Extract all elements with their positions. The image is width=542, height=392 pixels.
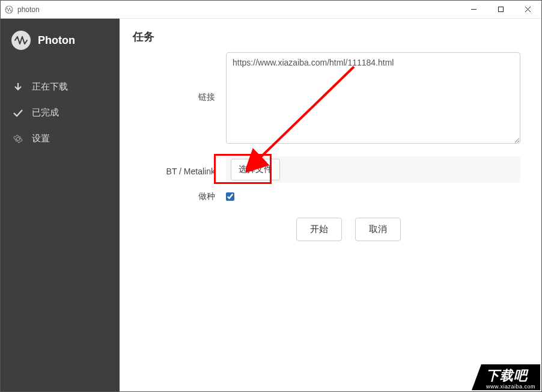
watermark-text: 下载吧 [486,367,535,385]
brand-name: Photon [38,34,75,47]
sidebar-item-settings[interactable]: 设置 [1,126,120,152]
window-title: photon [17,5,460,14]
seed-label: 做种 [133,191,226,202]
seed-checkbox[interactable] [226,192,234,201]
sidebar-item-label: 正在下载 [32,81,68,93]
watermark-sub: www.xiazaiba.com [486,384,535,390]
minimize-button[interactable] [460,1,487,19]
sidebar: Photon 正在下载 已完成 设置 [1,19,120,391]
cancel-button[interactable]: 取消 [355,218,401,241]
content: 任务 链接 BT / Metalink 选择文件 做种 开始 取消 [120,19,541,391]
close-button[interactable] [514,1,541,19]
watermark: 下载吧 www.xiazaiba.com [472,364,540,390]
download-icon [13,82,23,93]
choose-file-button[interactable]: 选择文件 [231,159,280,180]
check-icon [13,108,23,118]
action-buttons: 开始 取消 [169,218,528,241]
nav: 正在下载 已完成 设置 [1,74,120,152]
url-input[interactable] [226,52,520,144]
app-icon [4,5,14,14]
bt-metalink-label: BT / Metalink [133,156,226,183]
gear-icon [13,133,23,144]
sidebar-item-label: 已完成 [32,107,59,118]
file-row: 选择文件 [226,156,520,183]
photon-logo-icon [11,31,31,50]
svg-rect-2 [499,7,504,12]
titlebar: photon [1,1,541,19]
sidebar-item-completed[interactable]: 已完成 [1,100,120,126]
page-title: 任务 [133,29,528,44]
sidebar-item-label: 设置 [32,133,50,144]
brand: Photon [1,27,120,62]
window-controls [460,1,541,19]
start-button[interactable]: 开始 [296,218,342,241]
link-label: 链接 [133,52,226,145]
sidebar-item-downloading[interactable]: 正在下载 [1,74,120,100]
maximize-button[interactable] [487,1,514,19]
